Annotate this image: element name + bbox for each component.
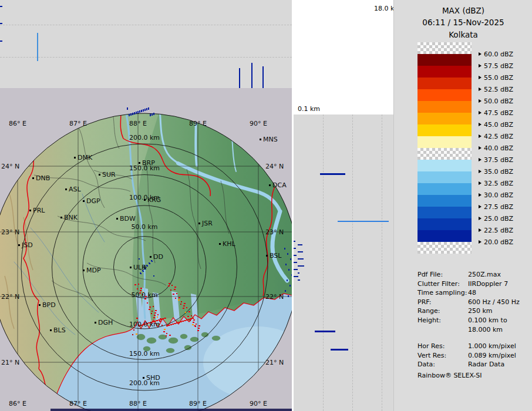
station-dot [60, 217, 62, 218]
legend-header: MAX (dBZ) 06:11 / 15-Nov-2025 Kolkata [394, 0, 532, 41]
lon-label: 87° E [69, 120, 87, 127]
legend-swatch [417, 89, 472, 101]
station-label: BLS [53, 326, 66, 334]
ew-max-projection-panel [0, 0, 292, 89]
echo-column [239, 68, 240, 88]
station-label: BNK [64, 214, 78, 221]
legend-label: 60.0 dBZ [479, 50, 513, 58]
lon-label: 86° E [9, 120, 26, 127]
legend-arrow-icon [479, 181, 482, 185]
legend-swatch [417, 42, 472, 54]
echo-height-mark [298, 258, 304, 260]
legend-swatch [417, 183, 472, 195]
legend-swatch [417, 124, 472, 136]
legend-arrow-icon [479, 52, 482, 56]
station-label: DNB [36, 174, 50, 182]
info-row: Height:0.100 km to [417, 316, 529, 325]
legend-swatch [417, 113, 472, 124]
legend-panel: MAX (dBZ) 06:11 / 15-Nov-2025 Kolkata 60… [393, 0, 532, 411]
station-dot [139, 162, 140, 164]
legend-arrow-icon [479, 228, 482, 232]
station-label: KHL [223, 240, 235, 248]
station-dot [144, 199, 146, 201]
station-label: SUR [102, 171, 116, 178]
echo-height-mark [298, 251, 303, 252]
station-dot [130, 267, 132, 268]
legend-arrow-icon [479, 193, 482, 197]
echo-height-mark [294, 248, 296, 249]
station-label: ULB [133, 264, 146, 271]
product-title: MAX (dBZ) [394, 5, 532, 16]
station-label: BRP [142, 159, 155, 167]
legend-swatch [417, 171, 472, 183]
legend-swatch [417, 54, 472, 66]
lon-label: 87° E [69, 400, 87, 407]
station-label: DMK [78, 154, 93, 161]
info-row: Pdf File:250Z.max [417, 270, 529, 279]
range-ring-label: 50.0 km [131, 223, 157, 231]
legend-arrow-icon [479, 134, 482, 138]
product-datetime: 06:11 / 15-Nov-2025 [394, 16, 532, 28]
lon-label: 90° E [250, 400, 267, 407]
legend-label: 37.5 dBZ [479, 156, 513, 164]
legend-swatch [417, 148, 472, 160]
echo-height-mark [298, 272, 299, 274]
legend-arrow-icon [479, 76, 482, 79]
legend-label: 22.5 dBZ [479, 226, 513, 234]
axis-tick [0, 6, 2, 7]
legend-swatch [417, 230, 472, 242]
lat-label: 23° N [265, 228, 284, 236]
echo-height-mark [294, 276, 298, 277]
legend-swatch [417, 218, 472, 230]
info-row: 18.000 km [417, 325, 529, 335]
station-label: BDW [120, 215, 136, 223]
legend-swatch [417, 160, 472, 171]
lat-label: 21° N [265, 359, 284, 366]
info-row: Range:250 km [417, 306, 529, 316]
info-row: PRF:600 Hz / 450 Hz [417, 298, 529, 307]
echo-column [251, 63, 252, 88]
station-dot [266, 255, 268, 257]
radar-map: 86° E86° E87° E87° E88° E88° E89° E89° E… [0, 88, 292, 411]
station-label: JSD [21, 241, 33, 249]
axis-tick [0, 41, 2, 42]
legend-arrow-icon [479, 158, 482, 161]
station-dot [83, 269, 85, 271]
legend-label: 35.0 dBZ [479, 167, 513, 176]
legend-label: 42.5 dBZ [479, 132, 513, 140]
height-axis-min-label: 0.1 km [298, 105, 320, 113]
range-ring-label: 200.0 km [129, 134, 160, 142]
range-ring-label: 100.0 km [129, 321, 160, 328]
range-ring-label: 150.0 km [129, 350, 160, 358]
info-row: Clutter Filter:IIRDoppler 7 [417, 279, 529, 289]
station-label: MDP [86, 267, 101, 274]
legend-swatch [417, 66, 472, 78]
legend-arrow-icon [479, 217, 482, 220]
product-site: Kolkata [394, 29, 532, 41]
echo-height-mark [298, 265, 304, 267]
station-label: KRG [147, 196, 161, 204]
station-label: DCA [272, 181, 287, 189]
echo-height-bar [315, 331, 335, 332]
legend-swatch [417, 195, 472, 207]
station-label: ASL [69, 186, 82, 193]
legend-swatch [417, 136, 472, 148]
station-dot [269, 184, 271, 186]
station-dot [29, 210, 31, 211]
legend-arrow-icon [479, 64, 482, 68]
station-dot [65, 188, 67, 190]
legend-label: 32.5 dBZ [479, 179, 513, 187]
info-row: Hor Res:1.000 km/pixel [417, 342, 529, 351]
info-row: Data:Radar Data [417, 360, 529, 369]
legend-swatch [417, 101, 472, 113]
legend-arrow-icon [479, 111, 482, 114]
height-gridline [323, 114, 324, 411]
station-dot [99, 174, 100, 176]
height-gridline [382, 114, 382, 411]
range-ring-label: 50.0 km [131, 291, 157, 299]
lon-label: 88° E [129, 120, 147, 127]
height-gridline [0, 25, 292, 25]
legend-label: 27.5 dBZ [479, 203, 513, 211]
lon-label: 89° E [189, 400, 207, 407]
lat-label: 23° N [1, 228, 19, 236]
